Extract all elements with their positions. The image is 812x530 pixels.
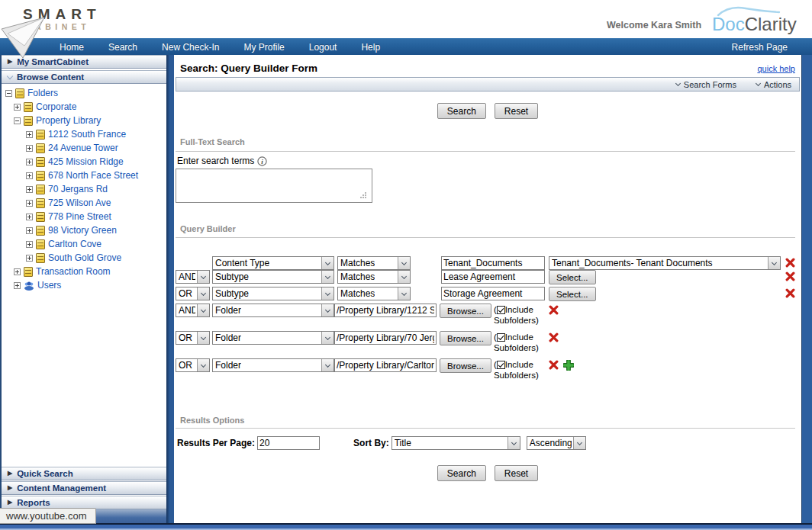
plus-icon[interactable] — [26, 172, 33, 179]
field-select[interactable]: Folder — [212, 358, 334, 372]
info-icon[interactable]: i — [257, 156, 267, 166]
refresh-page-link[interactable]: Refresh Page — [732, 42, 788, 53]
nav-search[interactable]: Search — [108, 42, 137, 53]
delete-row-icon[interactable] — [549, 332, 559, 342]
app-window: SMART CABINET Welcome Kara Smith DocClar… — [0, 0, 812, 530]
nav-home[interactable]: Home — [60, 42, 84, 53]
plus-icon[interactable] — [14, 104, 21, 111]
delete-row-icon[interactable] — [549, 305, 559, 315]
brand-doc: Doc — [712, 14, 745, 34]
tree-item-label[interactable]: 425 Mission Ridge — [48, 156, 124, 167]
plus-icon[interactable] — [14, 282, 21, 289]
plus-icon[interactable] — [26, 255, 33, 262]
field-select[interactable]: Subtype — [212, 270, 334, 284]
sidebar-section-quick-search[interactable]: ▶ Quick Search — [2, 467, 166, 480]
value-input[interactable] — [441, 270, 545, 284]
conjunction-select[interactable]: AND — [176, 304, 210, 317]
search-button[interactable]: Search — [437, 103, 486, 119]
folder-path-input[interactable] — [334, 331, 437, 345]
conjunction-select[interactable]: OR — [176, 331, 210, 345]
minus-icon[interactable] — [5, 90, 12, 97]
plus-icon[interactable] — [26, 145, 33, 152]
operator-select[interactable]: Matches — [337, 256, 411, 270]
delete-row-icon[interactable] — [549, 360, 559, 370]
tree-item-label[interactable]: 678 North Face Street — [48, 170, 138, 181]
conjunction-select[interactable]: AND — [176, 270, 210, 284]
browse-button[interactable]: Browse... — [440, 304, 491, 318]
tree-item-label[interactable]: 98 Victory Green — [48, 225, 117, 236]
nav-logout[interactable]: Logout — [309, 42, 337, 53]
quick-help-link[interactable]: quick help — [757, 64, 795, 73]
tree-item-label[interactable]: Property Library — [36, 115, 101, 126]
plus-icon[interactable] — [14, 268, 21, 275]
tree-item-label[interactable]: Folders — [27, 88, 58, 98]
actions-menu[interactable]: Actions — [756, 80, 791, 89]
search-terms-textarea[interactable] — [176, 169, 372, 203]
conjunction-select[interactable]: OR — [176, 358, 210, 372]
tree-item-label[interactable]: South Gold Grove — [48, 252, 121, 263]
tree-item-label[interactable]: 1212 South France — [48, 129, 126, 140]
tree-item-label[interactable]: 24 Avenue Tower — [48, 143, 118, 153]
value-input[interactable] — [441, 256, 545, 270]
search-button[interactable]: Search — [437, 465, 486, 481]
plus-icon[interactable] — [26, 200, 33, 207]
checkbox-checked-icon[interactable] — [497, 361, 505, 369]
query-row-4: AND Folder Browse... (Include Subfolders… — [176, 304, 553, 317]
delete-row-icon[interactable] — [785, 258, 795, 268]
folder-path-input[interactable] — [334, 304, 437, 317]
tree-item-label[interactable]: Carlton Cove — [48, 239, 102, 249]
field-select[interactable]: Folder — [212, 304, 334, 317]
reset-button[interactable]: Reset — [495, 103, 538, 119]
value-select[interactable]: Tenant_Documents- Tenant Documents — [549, 256, 781, 270]
select-button[interactable]: Select... — [549, 287, 596, 301]
value-input[interactable] — [441, 287, 545, 300]
sort-order-select[interactable]: Ascending — [527, 436, 586, 450]
query-row-3: OR Subtype Matches Select... — [176, 287, 596, 300]
nav-my-profile[interactable]: My Profile — [243, 42, 284, 53]
tree-item-label[interactable]: Transaction Room — [36, 266, 111, 277]
cabinet-icon — [24, 102, 33, 112]
browse-button[interactable]: Browse... — [440, 331, 491, 345]
plus-icon[interactable] — [26, 131, 33, 138]
browse-button[interactable]: Browse... — [440, 358, 491, 373]
nav-new-check-in[interactable]: New Check-In — [162, 42, 219, 53]
tree-item-label[interactable]: 778 Pine Street — [48, 211, 111, 222]
results-per-page-input[interactable] — [257, 436, 320, 450]
tree-item-label[interactable]: 725 Wilson Ave — [48, 198, 111, 208]
checkbox-checked-icon[interactable] — [497, 333, 505, 342]
tree-item-label[interactable]: Corporate — [36, 101, 76, 112]
delete-row-icon[interactable] — [785, 271, 795, 281]
resize-grip-icon[interactable] — [365, 197, 366, 198]
plus-icon[interactable] — [26, 214, 33, 220]
sort-by-select[interactable]: Title — [392, 436, 520, 450]
cabinet-icon — [36, 239, 45, 249]
nav-help[interactable]: Help — [361, 42, 380, 53]
tree-item-corporate: Corporate — [2, 100, 166, 114]
operator-select[interactable]: Matches — [337, 287, 411, 300]
sidebar-section-browse-content[interactable]: Browse Content — [2, 70, 166, 84]
minus-icon[interactable] — [14, 117, 21, 124]
search-forms-menu[interactable]: Search Forms — [676, 80, 736, 89]
operator-select[interactable]: Matches — [337, 270, 411, 284]
field-select[interactable]: Folder — [212, 331, 334, 345]
field-select[interactable]: Subtype — [212, 287, 334, 300]
tree-item-label[interactable]: Users — [37, 280, 61, 291]
sidebar-section-content-management[interactable]: ▶ Content Management — [2, 481, 166, 495]
field-select[interactable]: Content Type — [212, 256, 334, 270]
add-row-icon[interactable] — [563, 360, 574, 371]
section-divider — [176, 428, 795, 429]
status-url-text: www.youtube.com — [6, 510, 87, 522]
conjunction-select[interactable]: OR — [176, 287, 210, 300]
plus-icon[interactable] — [26, 227, 33, 234]
cabinet-icon — [36, 130, 45, 140]
reset-button[interactable]: Reset — [495, 465, 538, 481]
checkbox-checked-icon[interactable] — [497, 306, 505, 314]
folder-path-input[interactable] — [334, 358, 437, 372]
select-button[interactable]: Select... — [549, 270, 596, 284]
delete-row-icon[interactable] — [785, 288, 795, 298]
plus-icon[interactable] — [26, 186, 33, 193]
bottom-button-row: Search Reset — [174, 465, 801, 481]
plus-icon[interactable] — [26, 241, 33, 248]
tree-item-label[interactable]: 70 Jergans Rd — [48, 184, 108, 194]
plus-icon[interactable] — [26, 159, 33, 165]
